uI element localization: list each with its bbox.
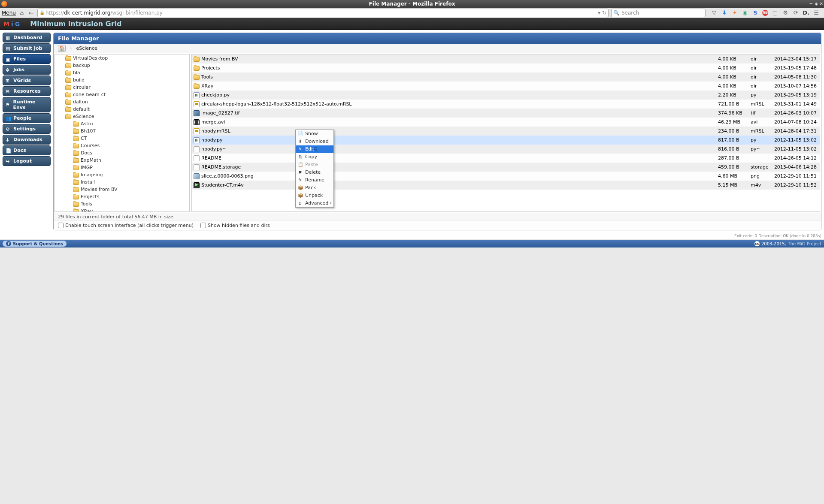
sidebar-item-logout[interactable]: ↪Logout xyxy=(3,156,51,166)
tree-item[interactable]: Projects xyxy=(55,193,189,200)
file-row[interactable]: nbody.mRSL234.00 BmRSL2014-28-04 17:31 xyxy=(192,127,820,136)
address-bar[interactable]: 🔒 https://dk-cert.migrid.org/wsgi-bin/fi… xyxy=(37,9,609,17)
gear-icon[interactable]: ⚙ xyxy=(782,9,789,16)
sidebar-item-people[interactable]: 👥People xyxy=(3,113,51,123)
breadcrumb-current[interactable]: eScience xyxy=(76,45,97,51)
support-button[interactable]: ? Support & Questions xyxy=(3,241,67,247)
sidebar-item-dashboard[interactable]: ▦Dashboard xyxy=(3,33,51,42)
file-row[interactable]: README.storage459.00 Bstorage2013-04-06 … xyxy=(192,163,820,172)
file-row[interactable]: circular-shepp-logan-128x512-float32-512… xyxy=(192,100,820,109)
tree-item[interactable]: CT xyxy=(55,135,189,142)
file-row[interactable]: merge.avi46.29 MBavi2014-07-08 10:24 xyxy=(192,118,820,127)
adblock-icon[interactable]: AB xyxy=(762,10,768,16)
list-pane[interactable]: Movies from BV4.00 KBdir2014-23-04 15:17… xyxy=(191,54,820,212)
breadcrumb-home-icon[interactable]: 🏠 xyxy=(58,45,66,52)
close-icon[interactable]: ✕ xyxy=(820,0,823,8)
dropdown-icon[interactable]: ▾ xyxy=(598,10,600,16)
sidebar-item-submit-job[interactable]: ▤Submit Job xyxy=(3,43,51,53)
file-row[interactable]: Studenter-CT.m4v5.15 MBm4v2012-29-10 11:… xyxy=(192,181,820,190)
menu-button[interactable]: Menu xyxy=(2,10,16,16)
sidebar-item-runtime-envs[interactable]: ⚑Runtime Envs xyxy=(3,97,51,112)
context-menu-delete[interactable]: ✖Delete xyxy=(296,169,333,176)
tree-item[interactable]: Install xyxy=(55,178,189,186)
sidebar-item-settings[interactable]: ⚙Settings xyxy=(3,124,51,134)
sidebar-item-jobs[interactable]: ✲Jobs xyxy=(3,65,51,75)
tree-item[interactable]: Docs xyxy=(55,149,189,157)
tree-item[interactable]: Bh107 xyxy=(55,127,189,135)
addon-icon-3[interactable]: S xyxy=(752,9,759,16)
pocket-icon[interactable]: ▽ xyxy=(711,9,718,16)
hidden-option[interactable]: Show hidden files and dirs xyxy=(200,223,270,228)
folder-icon xyxy=(65,100,71,105)
search-box[interactable]: 🔍 Search xyxy=(611,9,706,17)
tree-item[interactable]: circular xyxy=(55,84,189,91)
tree-item[interactable]: eScience xyxy=(55,113,189,120)
tree-item[interactable]: Tools xyxy=(55,200,189,208)
touch-option[interactable]: Enable touch screen interface (all click… xyxy=(58,223,194,228)
home-icon[interactable]: ⌂ xyxy=(18,9,25,16)
file-row[interactable]: README287.00 B2014-26-05 14:12 xyxy=(192,154,820,163)
addon-icon-6[interactable]: D. xyxy=(803,9,809,16)
tree-item[interactable]: Courses xyxy=(55,142,189,149)
runtime-icon: ⚑ xyxy=(6,102,10,107)
addon-icon-5[interactable]: ⟳ xyxy=(792,9,799,16)
context-menu-rename[interactable]: ✎Rename xyxy=(296,176,333,184)
tree-item[interactable]: cone-beam-ct xyxy=(55,91,189,98)
context-menu-copy[interactable]: ⎘Copy xyxy=(296,153,333,161)
tree-item[interactable]: VirtualDesktop xyxy=(55,54,189,62)
minimize-icon[interactable]: − xyxy=(809,0,813,8)
folder-icon xyxy=(65,107,71,112)
tree-item[interactable]: backup xyxy=(55,62,189,69)
hamburger-icon[interactable]: ☰ xyxy=(813,9,820,16)
file-type: dir xyxy=(748,72,772,81)
sidebar-item-vgrids[interactable]: ⊞VGrids xyxy=(3,75,51,85)
tree-item[interactable]: Imageing xyxy=(55,171,189,178)
tree-item[interactable]: dalton xyxy=(55,98,189,106)
file-row[interactable]: nbody.py817.00 Bpy2012-11-05 13:02 xyxy=(192,136,820,145)
context-menu-label: Advanced xyxy=(305,200,328,206)
download-icon[interactable]: ⬇ xyxy=(721,9,728,16)
tree-item[interactable]: Movies from BV xyxy=(55,186,189,193)
touch-checkbox[interactable] xyxy=(58,223,64,228)
file-row[interactable]: checkjob.py2.20 KBpy2013-29-05 13:19 xyxy=(192,91,820,100)
tree-item[interactable]: bla xyxy=(55,69,189,76)
addon-icon-2[interactable]: ◉ xyxy=(742,9,748,16)
tree-item[interactable]: XRay xyxy=(55,208,189,212)
context-menu-edit[interactable]: ✎Edit xyxy=(296,145,333,153)
context-menu[interactable]: 📄Show⬇Download✎Edit⎘Copy📋Paste✖Delete✎Re… xyxy=(295,130,334,208)
context-menu-show[interactable]: 📄Show xyxy=(296,130,333,138)
tree-item[interactable]: ExpMath xyxy=(55,157,189,164)
tree-pane[interactable]: VirtualDesktopbackupblabuildcircularcone… xyxy=(55,54,190,212)
tree-item[interactable]: default xyxy=(55,106,189,113)
window-controls[interactable]: − ◈ ✕ xyxy=(809,0,823,8)
file-size: 5.15 MB xyxy=(715,181,748,190)
addon-icon-1[interactable]: ✦ xyxy=(731,9,738,16)
tree-item-label: Courses xyxy=(81,143,100,148)
file-row[interactable]: Tools4.00 KBdir2014-05-08 11:30 xyxy=(192,72,820,81)
reload-icon[interactable]: ↻ xyxy=(602,10,606,16)
context-menu-unpack[interactable]: 📦Unpack xyxy=(296,192,333,199)
sidebar-item-resources[interactable]: ⊟Resources xyxy=(3,86,51,96)
addon-icon-4[interactable]: ⬚ xyxy=(772,9,779,16)
file-row[interactable]: Movies from BV4.00 KBdir2014-23-04 15:17 xyxy=(192,54,820,63)
sidebar-item-docs[interactable]: 📄Docs xyxy=(3,145,51,155)
tree-item[interactable]: Astro xyxy=(55,120,189,127)
context-menu-advanced[interactable]: ▫Advanced xyxy=(296,199,333,207)
maximize-icon[interactable]: ◈ xyxy=(815,0,818,8)
tree-item[interactable]: IMGP xyxy=(55,164,189,171)
file-row[interactable]: Projects4.00 KBdir2015-19-05 17:48 xyxy=(192,63,820,72)
hidden-checkbox[interactable] xyxy=(200,223,206,228)
tree-item[interactable]: build xyxy=(55,76,189,84)
file-row[interactable]: image_02327.tif374.96 KBtif2014-26-03 10… xyxy=(192,109,820,118)
mrsl-icon xyxy=(194,101,200,107)
context-menu-pack[interactable]: 📦Pack xyxy=(296,184,333,192)
file-row[interactable]: XRay4.00 KBdir2015-10-07 14:56 xyxy=(192,81,820,91)
back-icon[interactable]: ← xyxy=(28,9,35,16)
file-row[interactable]: nbody.py~816.00 Bpy~2012-11-05 13:02 xyxy=(192,145,820,154)
mig-link[interactable]: The MiG Project xyxy=(788,241,821,246)
sidebar-item-files[interactable]: ▣Files xyxy=(3,54,51,64)
file-row[interactable]: slice.z.0000-0063.png4.60 MBpng2012-29-1… xyxy=(192,172,820,181)
context-menu-download[interactable]: ⬇Download xyxy=(296,138,333,145)
tree-item-label: ExpMath xyxy=(81,157,101,163)
sidebar-item-downloads[interactable]: ⬇Downloads xyxy=(3,135,51,145)
